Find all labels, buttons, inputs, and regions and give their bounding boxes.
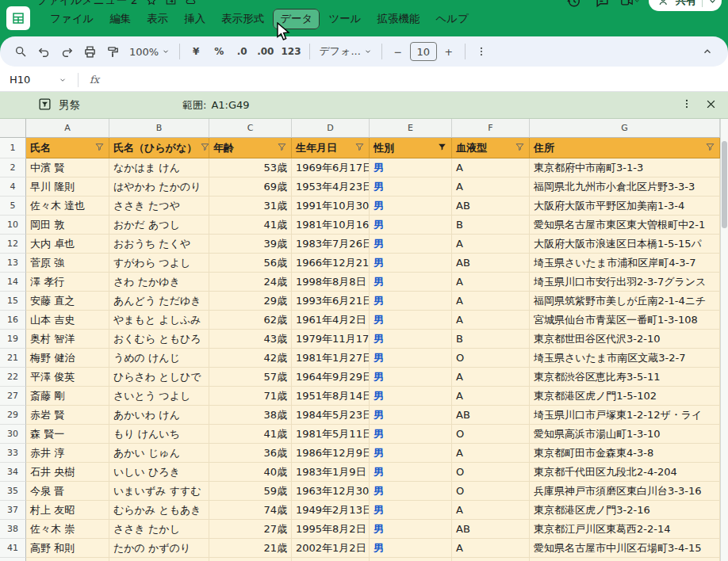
cell-name[interactable]: 村上 友昭 (26, 501, 109, 520)
cell-kana[interactable]: もり けんいち (109, 425, 209, 444)
cell-birthday[interactable]: 1963年12月30日 (292, 482, 370, 501)
row-number[interactable]: 38 (0, 520, 26, 539)
cell-birthday[interactable]: 1979年11月17日 (292, 330, 370, 349)
cell-birthday[interactable]: 1949年2月13日 (292, 501, 370, 520)
cell-address[interactable]: 東京都港区虎ノ門1-5-102 (530, 387, 720, 406)
cell-gender[interactable]: 男 (370, 235, 452, 254)
filter-icon[interactable] (351, 142, 365, 155)
row-number[interactable]: 30 (0, 425, 26, 444)
cell-age[interactable]: 78歳 (209, 558, 292, 561)
cell-birthday[interactable]: 1983年1月9日 (292, 463, 370, 482)
cell-birthday[interactable]: 1981年5月11日 (292, 425, 370, 444)
row-number[interactable]: 16 (0, 311, 26, 330)
cell-kana[interactable]: いしい ひろき (109, 463, 209, 482)
header-cell-4[interactable]: 性別 (370, 138, 452, 158)
cell-kana[interactable]: あかい じゅん (109, 444, 209, 463)
header-cell-0[interactable]: 氏名 (26, 138, 109, 158)
filter-icon[interactable] (274, 142, 287, 155)
cell-gender[interactable]: 男 (370, 311, 452, 330)
column-letter-B[interactable]: B (109, 119, 209, 138)
cell-kana[interactable]: ひらさわ としひで (109, 368, 209, 387)
cell-name[interactable]: 高野 和則 (26, 539, 109, 558)
redo-button[interactable] (56, 40, 78, 63)
cell-name[interactable]: 澤 孝行 (26, 273, 109, 292)
move-folder-icon[interactable] (165, 0, 177, 6)
cell-gender[interactable]: 男 (370, 330, 452, 349)
cell-address[interactable]: 東京都府中市南町3-1-3 (530, 158, 720, 177)
cell-blood_type[interactable]: A (452, 501, 530, 520)
column-letter-F[interactable]: F (452, 119, 530, 138)
cell-name[interactable]: 森 賢一 (26, 425, 109, 444)
cell-name[interactable]: 早川 隆則 (26, 177, 109, 197)
cell-birthday[interactable]: 1964年9月29日 (292, 368, 370, 387)
menu-item-0[interactable]: ファイル (43, 9, 101, 29)
cell-kana[interactable]: あかいわ けん (109, 406, 209, 425)
name-box[interactable]: H10 (10, 74, 59, 86)
filter-view-name[interactable]: 男祭 (59, 98, 80, 113)
cell-name[interactable]: 山本 吉史 (26, 311, 109, 330)
cell-birthday[interactable]: 1966年12月21日 (292, 254, 370, 273)
cell-gender[interactable]: 男 (370, 463, 452, 482)
select-all-corner[interactable] (0, 119, 26, 138)
name-box-dropdown-icon[interactable] (59, 76, 67, 84)
menu-item-2[interactable]: 表示 (140, 9, 175, 29)
filter-icon[interactable] (197, 142, 209, 155)
cell-address[interactable]: 兵庫県神戸市須磨区東白川台3-3-16 (530, 482, 720, 501)
cell-kana[interactable]: さいとう つよし (109, 387, 209, 406)
cell-birthday[interactable]: 1961年4月2日 (292, 311, 370, 330)
cell-address[interactable]: 宮城県仙台市青葉区一番町1-3-108 (530, 311, 720, 330)
format-currency-button[interactable]: ¥ (185, 40, 207, 63)
column-letter-G[interactable]: G (530, 119, 720, 138)
cell-address[interactable]: 大阪府大阪市阿倍野区阪南町1-3-15 (530, 558, 720, 561)
row-number[interactable]: 10 (0, 216, 26, 235)
menu-item-4[interactable]: 表示形式 (214, 9, 271, 29)
filter-active-icon[interactable] (434, 142, 447, 155)
row-number[interactable]: 4 (0, 177, 26, 197)
cell-address[interactable]: 大阪府大阪市平野区加美南1-3-4 (530, 197, 720, 216)
menu-item-7[interactable]: 拡張機能 (370, 9, 427, 29)
cell-gender[interactable]: 男 (370, 501, 452, 520)
cell-kana[interactable]: うめの けんじ (109, 349, 209, 368)
cell-age[interactable]: 29歳 (209, 292, 292, 311)
column-letter-A[interactable]: A (26, 119, 109, 138)
cell-blood_type[interactable]: AB (452, 254, 530, 273)
row-number[interactable]: 27 (0, 387, 26, 406)
cell-age[interactable]: 71歳 (209, 387, 292, 406)
cell-birthday[interactable]: 1951年8月14日 (292, 387, 370, 406)
cell-kana[interactable]: いまいずみ すすむ (109, 482, 209, 501)
cell-age[interactable]: 27歳 (209, 520, 292, 539)
cell-gender[interactable]: 男 (370, 349, 452, 368)
search-icon[interactable] (10, 40, 32, 63)
font-select[interactable]: デフォ... (315, 40, 377, 63)
row-number[interactable]: 1 (0, 138, 26, 158)
cell-address[interactable]: 愛知県名古屋市中川区石場町3-4-15 (530, 539, 720, 558)
cell-age[interactable]: 40歳 (209, 463, 292, 482)
row-number[interactable]: 41 (0, 539, 26, 558)
row-number[interactable]: 2 (0, 158, 26, 177)
row-number[interactable]: 13 (0, 254, 26, 273)
cell-address[interactable]: 埼玉県川口市安行出羽2-3-7グランス (530, 273, 720, 292)
cloud-status-icon[interactable] (185, 0, 197, 6)
cell-blood_type[interactable]: A (452, 311, 530, 330)
cell-age[interactable]: 56歳 (209, 254, 292, 273)
cell-birthday[interactable]: 1981年10月16日 (292, 216, 370, 235)
cell-birthday[interactable]: 1981年1月27日 (292, 349, 370, 368)
cell-blood_type[interactable]: B (452, 216, 530, 235)
cell-gender[interactable]: 男 (370, 558, 452, 561)
cell-name[interactable]: 今泉 晋 (26, 482, 109, 501)
cell-blood_type[interactable]: O (452, 482, 530, 501)
cell-address[interactable]: 愛知県高浜市湯山町1-3-10 (530, 425, 720, 444)
collapse-toolbar-button[interactable] (696, 40, 718, 63)
menu-item-5[interactable]: データ (273, 9, 320, 29)
cell-age[interactable]: 69歳 (209, 177, 292, 197)
cell-age[interactable]: 41歳 (209, 425, 292, 444)
column-letter-D[interactable]: D (292, 119, 370, 138)
cell-blood_type[interactable]: A (452, 539, 530, 558)
cell-age[interactable]: 39歳 (209, 235, 292, 254)
filter-view-options-icon[interactable] (681, 97, 692, 113)
undo-button[interactable] (33, 40, 55, 63)
header-cell-2[interactable]: 年齢 (209, 138, 292, 158)
cell-kana[interactable]: やまもと よしふみ (109, 311, 209, 330)
cell-kana[interactable]: さわ たかゆき (109, 273, 209, 292)
filter-icon[interactable] (702, 142, 715, 155)
